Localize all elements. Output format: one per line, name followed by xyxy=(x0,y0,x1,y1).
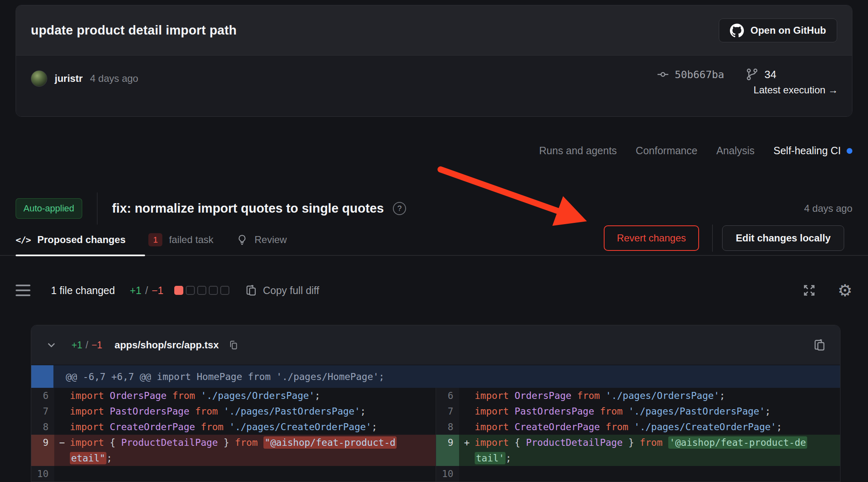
hunk-gutter xyxy=(31,365,53,388)
file-diff-header: +1 / −1 apps/shop/src/app.tsx xyxy=(31,325,840,365)
tab-review-label: Review xyxy=(254,234,287,246)
diff-marker xyxy=(54,388,70,403)
code-line: import PastOrdersPage from './pages/Past… xyxy=(70,403,436,419)
diff-marker: − xyxy=(54,435,70,466)
copy-path-icon[interactable] xyxy=(228,339,239,351)
help-icon[interactable]: ? xyxy=(393,202,406,215)
commit-meta-section: juristr 4 days ago 50b667ba 34 xyxy=(16,56,852,116)
fix-tabs-row: </> Proposed changes 1 failed task Revie… xyxy=(0,225,868,256)
diff-row: 9−import { ProductDetailPage } from "@ai… xyxy=(31,435,436,466)
tab-proposed-changes-label: Proposed changes xyxy=(37,234,126,246)
line-number: 6 xyxy=(436,388,459,403)
diff-block xyxy=(209,286,218,295)
line-number: 7 xyxy=(31,403,54,419)
diff-row: 10 xyxy=(436,466,840,482)
hunk-header-text: @@ -6,7 +6,7 @@ import HomePage from './… xyxy=(53,365,840,388)
diff-pane-left: 6import OrdersPage from './pages/OrdersP… xyxy=(31,388,436,482)
commit-hash-link[interactable]: 50b667ba xyxy=(657,68,724,81)
diff-pane-right: 6import OrdersPage from './pages/OrdersP… xyxy=(436,388,840,482)
code-line: import { ProductDetailPage } from "@aish… xyxy=(70,435,436,466)
divider xyxy=(97,192,97,225)
clipboard-icon xyxy=(245,284,257,297)
file-delta: +1 / −1 xyxy=(72,340,102,351)
files-changed-label: 1 file changed xyxy=(51,285,115,297)
commit-icon xyxy=(657,68,669,81)
diff-row: 8import CreateOrderPage from './pages/Cr… xyxy=(436,419,840,435)
run-link[interactable]: 34 xyxy=(746,68,776,81)
fix-time: 4 days ago xyxy=(804,203,852,214)
active-tab-underline xyxy=(16,255,145,256)
avatar[interactable] xyxy=(31,70,47,87)
diff-toolbar: 1 file changed +1 / −1 Copy full diff ⚙ xyxy=(16,278,852,303)
diff-block xyxy=(186,286,195,295)
copy-file-diff-button[interactable] xyxy=(813,338,826,352)
diff-marker: + xyxy=(459,435,475,466)
delta-separator: / xyxy=(145,285,148,297)
code-icon: </> xyxy=(16,235,31,245)
diff-delta: +1 / −1 xyxy=(130,285,164,297)
diff-marker xyxy=(459,466,475,482)
diff-row: 6import OrdersPage from './pages/OrdersP… xyxy=(436,388,840,403)
auto-applied-badge: Auto-applied xyxy=(16,198,82,219)
file-deletions: −1 xyxy=(92,340,102,351)
line-number: 10 xyxy=(436,466,459,482)
tab-failed-task-label: failed task xyxy=(169,234,213,246)
top-nav: Runs and agents Conformance Analysis Sel… xyxy=(539,145,852,157)
diff-marker xyxy=(54,466,70,482)
copy-full-diff-button[interactable]: Copy full diff xyxy=(245,284,319,297)
code-line: import PastOrdersPage from './pages/Past… xyxy=(475,403,840,419)
diff-row: 7import PastOrdersPage from './pages/Pas… xyxy=(31,403,436,419)
line-number: 6 xyxy=(31,388,54,403)
fix-title: fix: normalize import quotes to single q… xyxy=(112,201,384,216)
copy-full-diff-label: Copy full diff xyxy=(263,285,319,297)
file-additions: +1 xyxy=(72,340,82,351)
line-number: 9 xyxy=(436,435,459,466)
commit-card: update product detail import path Open o… xyxy=(16,5,852,117)
code-line xyxy=(70,466,436,482)
revert-changes-button[interactable]: Revert changes xyxy=(604,225,699,251)
diff-blocks-meter xyxy=(174,286,229,295)
failed-count-badge: 1 xyxy=(148,233,162,246)
nav-item-runs-and-agents[interactable]: Runs and agents xyxy=(539,145,617,157)
line-number: 7 xyxy=(436,403,459,419)
code-line: import CreateOrderPage from './pages/Cre… xyxy=(70,419,436,435)
tab-failed-task[interactable]: 1 failed task xyxy=(148,233,213,246)
tab-proposed-changes[interactable]: </> Proposed changes xyxy=(16,234,125,246)
line-number: 8 xyxy=(436,419,459,435)
code-line: import OrdersPage from './pages/OrdersPa… xyxy=(70,388,436,403)
file-path: apps/shop/src/app.tsx xyxy=(115,339,219,351)
fullscreen-button[interactable] xyxy=(802,283,816,297)
commit-author: juristr 4 days ago xyxy=(31,70,138,87)
divider xyxy=(712,225,713,252)
file-list-menu-button[interactable] xyxy=(16,285,30,296)
chevron-down-icon[interactable] xyxy=(45,339,58,351)
file-diff-card: +1 / −1 apps/shop/src/app.tsx @@ -6,7 +6… xyxy=(31,325,840,482)
fix-heading-row: Auto-applied fix: normalize import quote… xyxy=(16,192,852,225)
latest-execution-link[interactable]: Latest execution → xyxy=(754,84,838,96)
code-line: import { ProductDetailPage } from '@aish… xyxy=(475,435,840,466)
file-delta-separator: / xyxy=(85,340,88,351)
nav-item-self-healing-ci[interactable]: Self-healing CI xyxy=(773,145,852,157)
nav-item-analysis[interactable]: Analysis xyxy=(716,145,755,157)
commit-title-section: update product detail import path Open o… xyxy=(16,5,852,56)
code-line xyxy=(475,466,840,482)
settings-gear-icon[interactable]: ⚙ xyxy=(838,283,852,298)
diff-marker xyxy=(459,419,475,435)
commit-right-meta: 50b667ba 34 Latest execution → xyxy=(657,68,838,96)
nav-item-conformance[interactable]: Conformance xyxy=(636,145,697,157)
author-name: juristr xyxy=(55,73,83,84)
code-line: import CreateOrderPage from './pages/Cre… xyxy=(475,419,840,435)
open-on-github-button[interactable]: Open on GitHub xyxy=(719,19,837,42)
commit-hash: 50b667ba xyxy=(675,69,724,81)
additions-count: +1 xyxy=(130,285,142,297)
open-on-github-label: Open on GitHub xyxy=(750,25,826,36)
hunk-header-row: @@ -6,7 +6,7 @@ import HomePage from './… xyxy=(31,365,840,388)
diff-block xyxy=(197,286,206,295)
code-line: import OrdersPage from './pages/OrdersPa… xyxy=(475,388,840,403)
diff-marker xyxy=(459,403,475,419)
diff-split-view: 6import OrdersPage from './pages/OrdersP… xyxy=(31,388,840,482)
tab-review[interactable]: Review xyxy=(236,234,287,246)
notification-dot xyxy=(847,148,852,154)
page-title: update product detail import path xyxy=(31,23,237,38)
edit-changes-locally-button[interactable]: Edit changes locally xyxy=(722,225,844,251)
